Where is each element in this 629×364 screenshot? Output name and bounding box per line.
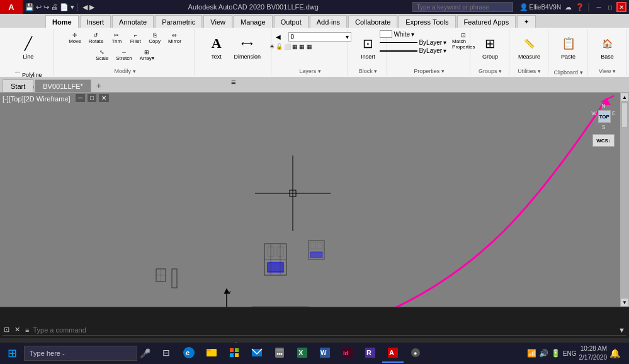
doc-tab-file[interactable]: BV001LLFE* (35, 79, 91, 92)
tab-insert[interactable]: Insert (80, 15, 111, 28)
move-button[interactable]: ✛Move (65, 30, 84, 46)
maximize-button[interactable]: □ (605, 2, 615, 12)
close-button[interactable]: ✕ (616, 2, 626, 12)
vertical-scrollbar[interactable]: ▲ ▼ (620, 93, 629, 307)
svg-rect-33 (235, 348, 239, 352)
taskbar-calculator[interactable] (269, 344, 290, 363)
mic-icon[interactable]: 🎤 (140, 348, 150, 358)
start-button[interactable]: ⊞ (3, 344, 21, 363)
cmd-icon2[interactable]: ✕ (13, 326, 21, 334)
tab-home[interactable]: Home (45, 15, 79, 28)
scroll-thumb[interactable] (621, 103, 628, 128)
tab-extra[interactable]: ✦ (517, 15, 536, 28)
cmd-expand[interactable]: ▼ (617, 326, 626, 334)
line-icon: ╱ (18, 33, 38, 54)
lineweight-value: ByLayer (419, 47, 442, 54)
paste-button[interactable]: 📋 Paste (555, 30, 582, 68)
viewcube-top[interactable]: TOP (598, 110, 611, 123)
insert-button[interactable]: ⊡ Insert (355, 30, 382, 67)
tab-parametric[interactable]: Parametric (155, 15, 202, 28)
tray-keyboard[interactable]: ENG (563, 350, 577, 357)
help-icon[interactable]: ❓ (575, 3, 584, 11)
linetype-dropdown[interactable]: ▾ (443, 39, 446, 46)
cmd-icon1[interactable]: ⊡ (3, 326, 11, 334)
taskbar-word[interactable]: W (314, 344, 336, 363)
tray-battery[interactable]: 🔋 (551, 349, 560, 358)
scroll-down[interactable]: ▼ (620, 298, 629, 307)
ribbon-search[interactable] (412, 2, 513, 12)
fillet-button[interactable]: ⌐Fillet (127, 30, 144, 46)
ribbon-group-view: 🏠 Base View ▾ (589, 29, 626, 76)
dimension-button[interactable]: ⟷ Dimension (231, 30, 264, 68)
tray-notification[interactable]: 🔔 (609, 348, 620, 358)
tab-annotate[interactable]: Annotate (112, 15, 154, 28)
taskbar-explorer[interactable] (201, 344, 222, 363)
viewcube-wcs[interactable]: WCS↓ (592, 134, 615, 147)
taskbar-autocad[interactable]: A (382, 344, 404, 363)
color-dropdown[interactable]: ▾ (411, 31, 414, 38)
cmd-icon3[interactable]: ≡ (24, 326, 30, 334)
minimize-button[interactable]: ─ (594, 2, 604, 12)
taskbar-mail[interactable] (246, 344, 268, 363)
new-tab-button[interactable]: + (93, 79, 105, 92)
scale-button[interactable]: ⤡Scale (93, 47, 111, 63)
array-button[interactable]: ⊞Array▾ (137, 47, 157, 63)
taskbar-edge[interactable]: e (178, 344, 200, 363)
back-nav[interactable]: ◀ (82, 3, 88, 11)
stretch-icon: ↔ (121, 49, 127, 55)
copy-button[interactable]: ⎘Copy (145, 30, 164, 46)
mirror-button[interactable]: ⇔Mirror (165, 30, 184, 46)
line-button[interactable]: ╱ Line (15, 30, 42, 68)
viewcube-e: E (612, 110, 616, 123)
match-icon: ⊡ (461, 32, 466, 38)
tab-output[interactable]: Output (274, 15, 309, 28)
fwd-nav[interactable]: ▶ (89, 3, 94, 11)
ribbon-group-annotation: A Text ⟷ Dimension ≡ LayerProperties Ann… (196, 29, 271, 76)
measure-button[interactable]: 📏 Measure (515, 30, 543, 67)
taskbar-unknown[interactable]: ● (405, 344, 426, 363)
rotate-button[interactable]: ↺Rotate (86, 30, 107, 46)
layer-tools[interactable]: ▦ ▦ ▦ (292, 43, 312, 50)
base-button[interactable]: 🏠 Base (594, 30, 621, 67)
cmd-prompt-input[interactable] (33, 326, 615, 334)
qa-redo[interactable]: ↪ (43, 3, 49, 11)
qa-print[interactable]: 🖨 (51, 3, 58, 11)
tab-featured[interactable]: Featured Apps (457, 15, 516, 28)
doc-tab-start[interactable]: Start (3, 79, 33, 92)
scroll-up[interactable]: ▲ (620, 93, 629, 101)
taskbar-revit[interactable]: R (360, 344, 381, 363)
viewcube-n: N (601, 103, 606, 109)
text-button[interactable]: A Text (203, 30, 230, 68)
taskbar-indesign[interactable]: Id (337, 344, 358, 363)
qa-sheet[interactable]: 📄 (60, 3, 69, 11)
taskbar-task-view[interactable]: ⊟ (156, 344, 177, 363)
groups-label: Groups ▾ (479, 67, 502, 74)
system-clock[interactable]: 10:28 AM 2/17/2020 (579, 344, 608, 362)
layer-prev-button[interactable]: ◀ (269, 31, 287, 42)
ribbon-content: ╱ Line ⌒ Polyline ○ Circle ◜ Arc (0, 28, 629, 77)
tab-express[interactable]: Express Tools (399, 15, 455, 28)
qa-save[interactable]: 💾 (25, 3, 34, 11)
tray-volume[interactable]: 🔊 (539, 349, 548, 358)
qa-extra[interactable]: ▾ (71, 3, 74, 11)
tab-manage[interactable]: Manage (234, 15, 273, 28)
tab-addins[interactable]: Add-ins (310, 15, 347, 28)
taskbar-store[interactable] (224, 344, 245, 363)
tab-collaborate[interactable]: Collaborate (348, 15, 397, 28)
trim-button[interactable]: ✂Trim (108, 30, 125, 46)
qa-undo[interactable]: ↩ (36, 3, 42, 11)
stretch-button[interactable]: ↔Stretch (113, 47, 135, 63)
app-logo[interactable]: A (0, 0, 23, 14)
group-button[interactable]: ⊞ Group (477, 30, 504, 67)
sync-icon[interactable]: ☁ (565, 3, 572, 11)
linetype-value: ByLayer (419, 39, 442, 46)
lineweight-dropdown[interactable]: ▾ (443, 47, 446, 54)
taskbar-excel[interactable]: X (292, 344, 313, 363)
titlebar: A 💾 ↩ ↪ 🖨 📄 ▾ │ ◀ ▶ Autodesk AutoCAD 202… (0, 0, 629, 14)
tab-view[interactable]: View (203, 15, 232, 28)
svg-rect-11 (310, 242, 315, 249)
color-swatch (380, 30, 392, 38)
tray-network[interactable]: 📶 (527, 349, 536, 358)
layer-dropdown[interactable]: 0▾ (288, 32, 351, 42)
taskbar-search[interactable] (24, 346, 137, 361)
